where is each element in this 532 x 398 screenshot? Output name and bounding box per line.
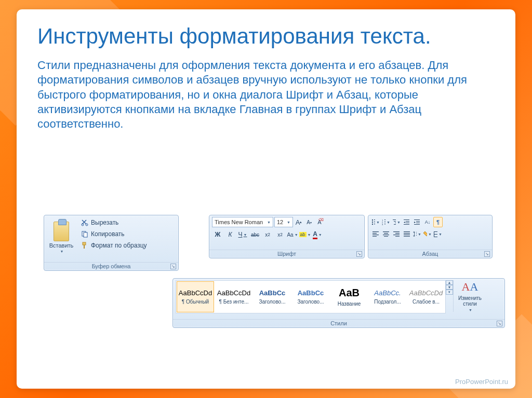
- style-item[interactable]: AaBНазвание: [330, 281, 368, 312]
- svg-text:3: 3: [382, 223, 383, 225]
- paste-label: Вставить: [49, 242, 74, 249]
- style-gallery: AaBbCcDd¶ ОбычныйAaBbCcDd¶ Без инте...Aa…: [176, 280, 446, 313]
- svg-rect-36: [384, 236, 388, 237]
- change-styles-icon: AA: [462, 280, 478, 294]
- align-right-button[interactable]: [392, 229, 401, 239]
- svg-point-7: [372, 222, 373, 223]
- sort-button[interactable]: A↓: [423, 217, 432, 227]
- style-item[interactable]: AaBbCcDdСлабое в...: [407, 281, 445, 312]
- svg-rect-41: [404, 231, 410, 232]
- scissors-icon: [81, 218, 88, 226]
- svg-rect-48: [416, 235, 417, 236]
- change-case-button[interactable]: Aa▼: [287, 229, 298, 240]
- svg-point-5: [372, 219, 373, 221]
- svg-rect-40: [395, 236, 400, 237]
- superscript-button[interactable]: x2: [274, 229, 286, 240]
- subscript-button[interactable]: x2: [262, 229, 273, 240]
- cut-label: Вырезать: [91, 219, 118, 226]
- bold-button[interactable]: Ж: [212, 229, 223, 240]
- svg-rect-6: [374, 219, 375, 220]
- svg-rect-16: [384, 224, 385, 224]
- align-left-button[interactable]: [371, 229, 380, 239]
- font-group-label: Шрифт ↘: [209, 250, 364, 258]
- svg-rect-8: [374, 222, 375, 222]
- copy-label: Копировать: [91, 230, 125, 238]
- style-item[interactable]: AaBbCcЗаголово...: [254, 281, 291, 312]
- decrease-indent-button[interactable]: [402, 217, 411, 227]
- underline-button[interactable]: Ч▼: [237, 229, 248, 240]
- brush-icon: [81, 241, 88, 249]
- style-item[interactable]: AaBbCc.Подзагол...: [369, 281, 406, 312]
- svg-rect-43: [404, 235, 410, 235]
- paragraph-group-label: Абзац ↘: [368, 250, 492, 258]
- svg-rect-26: [416, 221, 420, 222]
- highlight-button[interactable]: ab▼: [299, 229, 311, 240]
- shrink-font-button[interactable]: A▾: [304, 217, 314, 227]
- svg-rect-18: [394, 221, 396, 222]
- font-family-select[interactable]: Times New Roman▼: [212, 217, 273, 227]
- multilevel-button[interactable]: ▼: [392, 217, 401, 227]
- align-center-button[interactable]: [381, 229, 391, 239]
- styles-group-label: Стили ↘: [173, 319, 504, 327]
- svg-rect-4: [83, 242, 86, 245]
- svg-rect-20: [394, 224, 396, 225]
- svg-rect-23: [406, 223, 409, 223]
- clipboard-group: Вставить ▼ Вырезать Копировать: [44, 215, 179, 271]
- cut-button[interactable]: Вырезать: [78, 217, 176, 228]
- svg-rect-47: [416, 234, 417, 234]
- svg-rect-35: [383, 235, 389, 235]
- grow-font-button[interactable]: A▴: [294, 217, 303, 227]
- increase-indent-button[interactable]: [413, 217, 422, 227]
- gallery-expand-button[interactable]: ▾: [446, 290, 453, 295]
- format-painter-label: Формат по образцу: [91, 242, 147, 249]
- clear-format-button[interactable]: A⌫: [315, 217, 324, 227]
- italic-button[interactable]: К: [224, 229, 236, 240]
- svg-rect-32: [373, 236, 377, 237]
- footer-link: ProPowerPoint.ru: [455, 378, 508, 386]
- style-item[interactable]: AaBbCcDd¶ Без инте...: [215, 281, 252, 312]
- svg-rect-42: [404, 233, 410, 234]
- svg-point-9: [372, 224, 373, 225]
- style-item[interactable]: AaBbCcЗаголово...: [292, 281, 329, 312]
- svg-rect-25: [414, 219, 420, 220]
- scroll-up-button[interactable]: ▲: [446, 280, 453, 285]
- paste-button[interactable]: Вставить ▼: [47, 217, 76, 257]
- svg-rect-17: [393, 219, 396, 220]
- gallery-scroll: ▲ ▼ ▾: [446, 280, 453, 295]
- copy-icon: [81, 230, 88, 238]
- style-item[interactable]: AaBbCcDd¶ Обычный: [177, 281, 214, 312]
- svg-rect-21: [404, 219, 409, 220]
- dialog-launcher-icon[interactable]: ↘: [356, 251, 362, 257]
- numbering-button[interactable]: 123▼: [381, 217, 391, 227]
- svg-rect-34: [384, 233, 388, 234]
- scroll-down-button[interactable]: ▼: [446, 285, 453, 290]
- dialog-launcher-icon[interactable]: ↘: [170, 264, 176, 269]
- copy-button[interactable]: Копировать: [78, 228, 176, 239]
- paragraph-group: ▼ 123▼ ▼ A↓ ¶ ▼ ▼ ▼: [368, 215, 493, 258]
- svg-rect-31: [373, 235, 379, 235]
- svg-rect-29: [373, 231, 379, 232]
- strike-button[interactable]: abc: [249, 229, 261, 240]
- dialog-launcher-icon[interactable]: ↘: [484, 251, 490, 257]
- svg-rect-46: [416, 232, 417, 232]
- svg-rect-19: [395, 223, 396, 223]
- line-spacing-button[interactable]: ▼: [413, 229, 422, 239]
- format-painter-button[interactable]: Формат по образцу: [78, 240, 176, 251]
- justify-button[interactable]: [402, 229, 411, 239]
- show-marks-button[interactable]: ¶: [433, 217, 443, 227]
- borders-button[interactable]: ▼: [433, 229, 443, 239]
- slide-body: Стили предназначены для оформления текст…: [37, 58, 495, 131]
- font-size-select[interactable]: 12▼: [274, 217, 293, 227]
- dialog-launcher-icon[interactable]: ↘: [497, 321, 502, 326]
- svg-rect-45: [414, 232, 415, 236]
- change-styles-button[interactable]: AA Изменить стили ▼: [453, 280, 486, 312]
- styles-group: AaBbCcDd¶ ОбычныйAaBbCcDd¶ Без инте...Aa…: [172, 278, 505, 328]
- svg-rect-39: [393, 235, 400, 235]
- svg-rect-50: [434, 234, 437, 235]
- slide-title: Инструменты форматирования текста.: [37, 24, 495, 49]
- shading-button[interactable]: ▼: [423, 229, 432, 239]
- bullets-button[interactable]: ▼: [371, 217, 380, 227]
- font-group: Times New Roman▼ 12▼ A▴ A▾ A⌫ Ж К Ч▼ abc…: [209, 215, 365, 258]
- font-color-button[interactable]: A▼: [312, 229, 323, 240]
- svg-rect-10: [374, 224, 375, 224]
